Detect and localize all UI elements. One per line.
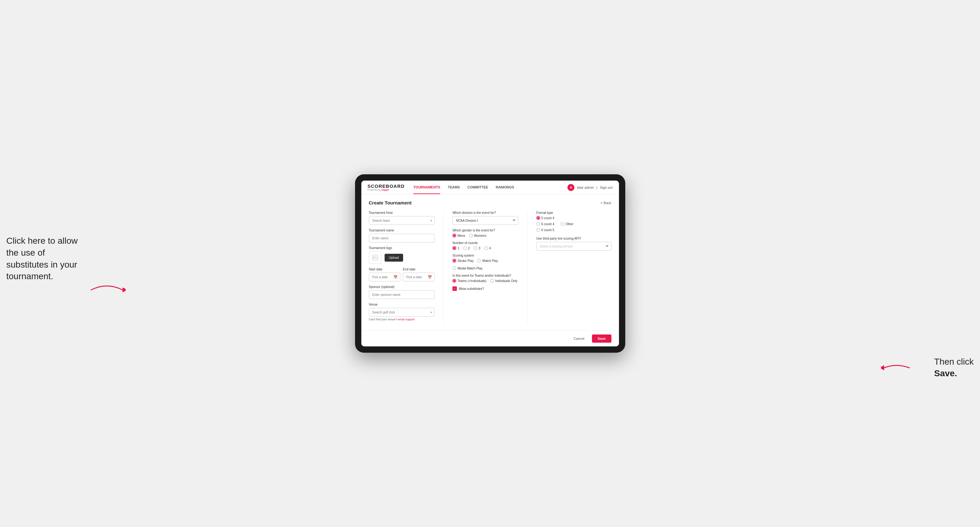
logo-clippd: clippd — [382, 189, 389, 191]
cancel-button[interactable]: Cancel — [570, 335, 589, 343]
save-button[interactable]: Save — [592, 335, 611, 343]
form-col-3: Format type 5 count 4 6 count 4 — [536, 211, 611, 325]
format-6count4-label: 6 count 4 — [541, 222, 554, 226]
format-5count4[interactable]: 5 count 4 — [536, 216, 611, 220]
format-6count4-radio[interactable] — [536, 222, 540, 226]
logo-upload-area: Upload — [369, 251, 435, 264]
nav-user: B blair admin | Sign out — [568, 184, 612, 191]
division-group: Which division is the event for? NCAA Di… — [452, 211, 519, 225]
venue-input[interactable] — [369, 308, 435, 317]
scoring-api-label: Use third-party live scoring API? — [536, 237, 611, 240]
scoring-match-radio[interactable] — [477, 259, 481, 263]
tablet-screen: SCOREBOARD Powered by clippd TOURNAMENTS… — [361, 181, 619, 346]
rounds-3-radio[interactable] — [474, 246, 477, 250]
format-options: 5 count 4 6 count 4 Other — [536, 216, 611, 232]
substitutes-label: Allow substitutes? — [459, 287, 484, 290]
logo-area: SCOREBOARD Powered by clippd — [368, 184, 405, 191]
teams-individuals-radio[interactable] — [490, 279, 494, 283]
format-5count4-label: 5 count 4 — [541, 216, 554, 220]
rounds-label: Number of rounds — [452, 241, 519, 244]
rounds-group: Number of rounds 1 2 — [452, 241, 519, 250]
scoring-medal-radio[interactable] — [452, 266, 456, 270]
gender-mens-radio[interactable] — [452, 234, 456, 237]
annotation-right: Then click Save. — [934, 356, 974, 380]
format-other[interactable]: Other — [560, 222, 573, 226]
start-date-group: Start date 📅 — [369, 268, 401, 281]
nav-separator: | — [597, 186, 597, 189]
user-name: blair admin — [577, 186, 594, 189]
teams-individuals[interactable]: Individuals Only — [490, 279, 517, 283]
format-group: Format type 5 count 4 6 count 4 — [536, 211, 611, 232]
nav-link-committee[interactable]: COMMITTEE — [468, 181, 488, 194]
nav-links: TOURNAMENTS TEAMS COMMITTEE RANKINGS — [414, 181, 568, 194]
scoring-group: Scoring system Stroke Play Match Play — [452, 254, 519, 270]
rounds-1[interactable]: 1 — [452, 246, 459, 250]
rounds-4-radio[interactable] — [484, 246, 488, 250]
page-content: Create Tournament < Back Tournament Host… — [361, 194, 619, 330]
scoring-medal-label: Medal Match Play — [458, 267, 482, 270]
format-other-label: Other — [566, 222, 573, 226]
gender-label: Which gender is the event for? — [452, 229, 519, 232]
venue-helper: Can't find your venue? email support — [369, 318, 435, 321]
end-date-group: End date 📅 — [403, 268, 434, 281]
rounds-2[interactable]: 2 — [463, 246, 470, 250]
gender-womens-radio[interactable] — [469, 234, 473, 237]
format-5count4-radio[interactable] — [536, 216, 540, 220]
tournament-logo-label: Tournament logo — [369, 246, 435, 250]
nav-link-tournaments[interactable]: TOURNAMENTS — [414, 181, 440, 194]
scoring-label: Scoring system — [452, 254, 519, 257]
teams-teams[interactable]: Teams (+Individuals) — [452, 279, 487, 283]
sign-out-link[interactable]: Sign out — [600, 186, 612, 189]
tournament-name-label: Tournament name — [369, 229, 435, 232]
scoring-api-group: Use third-party live scoring API? Select… — [536, 237, 611, 251]
substitutes-checkbox[interactable]: ✓ — [452, 286, 457, 291]
start-date-wrap: 📅 — [369, 273, 401, 281]
scoring-match-label: Match Play — [482, 259, 498, 263]
tournament-host-input[interactable] — [369, 216, 435, 225]
rounds-4[interactable]: 4 — [484, 246, 491, 250]
teams-label: Is this event for Teams and/or Individua… — [452, 274, 519, 277]
division-select[interactable]: NCAA Division I — [452, 216, 519, 225]
gender-mens[interactable]: Mens — [452, 234, 465, 237]
sponsor-input[interactable] — [369, 290, 435, 299]
rounds-1-label: 1 — [458, 246, 459, 250]
avatar: B — [568, 184, 574, 191]
calendar-icon: 📅 — [393, 275, 398, 279]
search-icon: ▾ — [430, 219, 432, 222]
email-support-link[interactable]: email support — [398, 318, 415, 321]
rounds-2-radio[interactable] — [463, 246, 467, 250]
gender-radio-group: Mens Womens — [452, 234, 519, 237]
format-other-radio[interactable] — [560, 222, 564, 226]
gender-womens[interactable]: Womens — [469, 234, 487, 237]
format-6count5-label: 6 count 5 — [541, 228, 554, 232]
gender-mens-label: Mens — [458, 234, 465, 237]
format-6count4[interactable]: 6 count 4 — [536, 222, 554, 226]
scoring-stroke-label: Stroke Play — [458, 259, 474, 263]
scoring-medal[interactable]: Medal Match Play — [452, 266, 482, 270]
teams-group: Is this event for Teams and/or Individua… — [452, 274, 519, 283]
start-date-label: Start date — [369, 268, 401, 271]
upload-button[interactable]: Upload — [385, 254, 403, 262]
end-date-wrap: 📅 — [403, 273, 434, 281]
scoring-match[interactable]: Match Play — [477, 259, 498, 263]
form-col-2: Which division is the event for? NCAA Di… — [452, 211, 528, 325]
venue-dropdown-icon: ▾ — [430, 311, 432, 314]
svg-marker-0 — [123, 287, 126, 292]
teams-radio-group: Teams (+Individuals) Individuals Only — [452, 279, 519, 283]
scoring-stroke[interactable]: Stroke Play — [452, 259, 474, 263]
teams-teams-radio[interactable] — [452, 279, 456, 283]
tournament-name-input[interactable] — [369, 234, 435, 243]
sponsor-group: Sponsor (optional) — [369, 285, 435, 299]
rounds-3[interactable]: 3 — [474, 246, 480, 250]
form-col-1: Tournament Host ▾ Tournament name Tourna… — [369, 211, 444, 325]
scoring-stroke-radio[interactable] — [452, 259, 456, 263]
nav-link-rankings[interactable]: RANKINGS — [496, 181, 514, 194]
back-button[interactable]: < Back — [601, 201, 611, 205]
nav-link-teams[interactable]: TEAMS — [448, 181, 460, 194]
scoring-service-select[interactable]: Select a scoring service — [536, 242, 611, 251]
rounds-1-radio[interactable] — [452, 246, 456, 250]
format-6count5-radio[interactable] — [536, 228, 540, 232]
substitutes-group: ✓ Allow substitutes? — [452, 286, 519, 291]
logo-scoreboard: SCOREBOARD — [368, 184, 405, 189]
format-6count5[interactable]: 6 count 5 — [536, 228, 611, 232]
